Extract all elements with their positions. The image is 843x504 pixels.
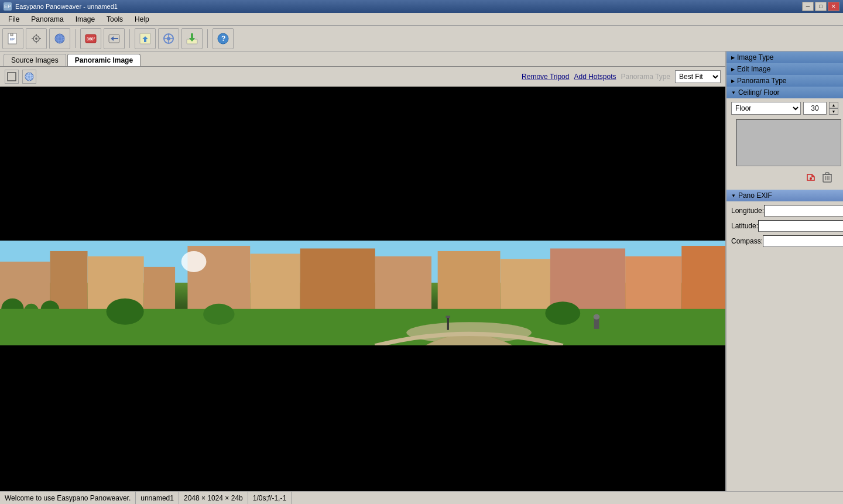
toolbar-new[interactable]: EP bbox=[2, 28, 23, 49]
latitude-row: Latitude: bbox=[731, 220, 838, 232]
view-select[interactable]: Best Fit Fit Width Fit Height 100% 50% bbox=[675, 70, 721, 83]
right-panel: ▶ Image Type ▶ Edit Image ▶ Panorama Typ… bbox=[726, 52, 843, 491]
tabs: Source Images Panoramic Image bbox=[0, 52, 725, 67]
svg-rect-19 bbox=[144, 39, 146, 42]
toolbar-sep3 bbox=[207, 29, 208, 48]
latitude-input[interactable] bbox=[758, 220, 843, 232]
menu-help[interactable]: Help bbox=[129, 13, 155, 25]
arrow-ceiling-floor: ▼ bbox=[731, 90, 736, 95]
pano-exif-content: Longitude: 🔗 Latitude: Compass: 🔗 bbox=[727, 201, 843, 254]
menu-tools[interactable]: Tools bbox=[101, 13, 129, 25]
svg-text:EP: EP bbox=[10, 37, 15, 41]
toolbar-back[interactable] bbox=[104, 28, 125, 49]
add-hotspots-link[interactable]: Add Hotspots bbox=[574, 73, 616, 81]
svg-point-59 bbox=[181, 251, 207, 272]
panoramic-image bbox=[0, 87, 725, 491]
status-dimensions: 2048 × 1024 × 24b bbox=[179, 492, 248, 504]
minimize-button[interactable]: ─ bbox=[802, 2, 814, 11]
toolbar-sphere[interactable] bbox=[49, 28, 70, 49]
remove-tripod-link[interactable]: Remove Tripod bbox=[522, 73, 569, 81]
toolbar-sep2 bbox=[129, 29, 130, 48]
latitude-label: Latitude: bbox=[731, 222, 758, 230]
longitude-row: Longitude: 🔗 bbox=[731, 205, 838, 217]
action-icons bbox=[731, 169, 838, 186]
toolbar-360[interactable]: 360° bbox=[80, 28, 101, 49]
arrow-pano-exif: ▼ bbox=[731, 193, 736, 198]
scene-inner bbox=[0, 241, 725, 346]
compass-label: Compass: bbox=[731, 237, 763, 245]
svg-rect-37 bbox=[144, 266, 175, 314]
longitude-label: Longitude: bbox=[731, 207, 764, 215]
svg-rect-57 bbox=[447, 317, 449, 330]
window-controls: ─ □ ✕ bbox=[802, 2, 839, 11]
longitude-input[interactable] bbox=[764, 205, 843, 217]
statusbar: Welcome to use Easypano Panoweaver. unna… bbox=[0, 491, 843, 504]
sphere-view-tool[interactable] bbox=[22, 70, 36, 84]
rectangle-tool[interactable] bbox=[5, 70, 19, 84]
svg-rect-55 bbox=[594, 318, 599, 329]
titlebar: EP Easypano Panoweaver - unnamed1 ─ □ ✕ bbox=[0, 0, 843, 13]
arrow-panorama-type: ▶ bbox=[731, 78, 735, 84]
floor-value-input[interactable] bbox=[803, 102, 827, 115]
pano-exif-label: Pano EXIF bbox=[738, 191, 772, 200]
compass-input[interactable] bbox=[763, 235, 843, 247]
section-panorama-type[interactable]: ▶ Panorama Type bbox=[727, 75, 843, 87]
spin-up[interactable]: ▲ bbox=[829, 102, 838, 108]
svg-rect-26 bbox=[191, 33, 193, 39]
titlebar-title: EP Easypano Panoweaver - unnamed1 bbox=[4, 2, 118, 11]
menu-panorama[interactable]: Panorama bbox=[25, 13, 69, 25]
svg-rect-49 bbox=[681, 246, 725, 320]
close-button[interactable]: ✕ bbox=[828, 2, 839, 11]
toolbar-help[interactable]: ? bbox=[213, 28, 234, 49]
spin-buttons: ▲ ▼ bbox=[829, 102, 838, 115]
toolbar-stitch[interactable] bbox=[158, 28, 179, 49]
svg-point-9 bbox=[55, 34, 64, 43]
svg-rect-63 bbox=[825, 173, 829, 174]
view-controls: Remove Tripod Add Hotspots Panorama Type… bbox=[522, 70, 721, 83]
toolbar-import[interactable] bbox=[135, 28, 156, 49]
compass-row: Compass: 🔗 bbox=[731, 235, 838, 247]
ceiling-floor-content: Floor Ceiling ▲ ▼ bbox=[727, 98, 843, 190]
status-info: 1/0s;f/-1,-1 bbox=[248, 492, 292, 504]
toolbar-export[interactable] bbox=[181, 28, 203, 49]
status-message: Welcome to use Easypano Panoweaver. bbox=[5, 492, 136, 504]
color-preview bbox=[736, 119, 841, 166]
left-area: Source Images Panoramic Image Remove Tri… bbox=[0, 52, 726, 491]
pano-scene bbox=[0, 241, 725, 346]
svg-rect-58 bbox=[446, 316, 450, 318]
tab-panoramic-image[interactable]: Panoramic Image bbox=[67, 54, 140, 66]
maximize-button[interactable]: □ bbox=[815, 2, 827, 11]
toolbar-sep1 bbox=[75, 29, 76, 48]
tab-source-images[interactable]: Source Images bbox=[4, 54, 66, 66]
image-toolbar: Remove Tripod Add Hotspots Panorama Type… bbox=[0, 67, 725, 87]
menu-file[interactable]: File bbox=[2, 13, 25, 25]
svg-point-4 bbox=[35, 37, 37, 40]
section-edit-image[interactable]: ▶ Edit Image bbox=[727, 63, 843, 75]
svg-point-23 bbox=[167, 37, 170, 40]
svg-text:?: ? bbox=[221, 35, 225, 43]
section-pano-exif[interactable]: ▼ Pano EXIF bbox=[727, 190, 843, 201]
app-title: Easypano Panoweaver - unnamed1 bbox=[15, 3, 118, 10]
menu-image[interactable]: Image bbox=[70, 13, 101, 25]
image-canvas bbox=[0, 87, 725, 491]
load-image-icon[interactable] bbox=[804, 171, 817, 184]
main-layout: Source Images Panoramic Image Remove Tri… bbox=[0, 52, 843, 491]
svg-point-60 bbox=[810, 177, 812, 180]
ceiling-floor-label: Ceiling/ Floor bbox=[738, 88, 780, 97]
menubar: File Panorama Image Tools Help bbox=[0, 13, 843, 26]
svg-rect-43 bbox=[300, 248, 375, 319]
panorama-type-label: Panorama Type bbox=[737, 77, 787, 85]
section-ceiling-floor[interactable]: ▼ Ceiling/ Floor bbox=[727, 87, 843, 98]
section-image-type[interactable]: ▶ Image Type bbox=[727, 52, 843, 63]
toolbar-settings[interactable] bbox=[26, 28, 47, 49]
floor-select-row: Floor Ceiling ▲ ▼ bbox=[731, 102, 838, 115]
delete-icon[interactable] bbox=[821, 171, 834, 184]
svg-rect-29 bbox=[8, 73, 16, 81]
svg-point-51 bbox=[107, 298, 144, 324]
pano-top-black bbox=[0, 87, 725, 241]
spin-down[interactable]: ▼ bbox=[829, 108, 838, 115]
arrow-edit-image: ▶ bbox=[731, 67, 735, 72]
floor-dropdown[interactable]: Floor Ceiling bbox=[731, 102, 801, 115]
panorama-type-link: Panorama Type bbox=[621, 73, 671, 81]
svg-text:360°: 360° bbox=[87, 37, 95, 41]
